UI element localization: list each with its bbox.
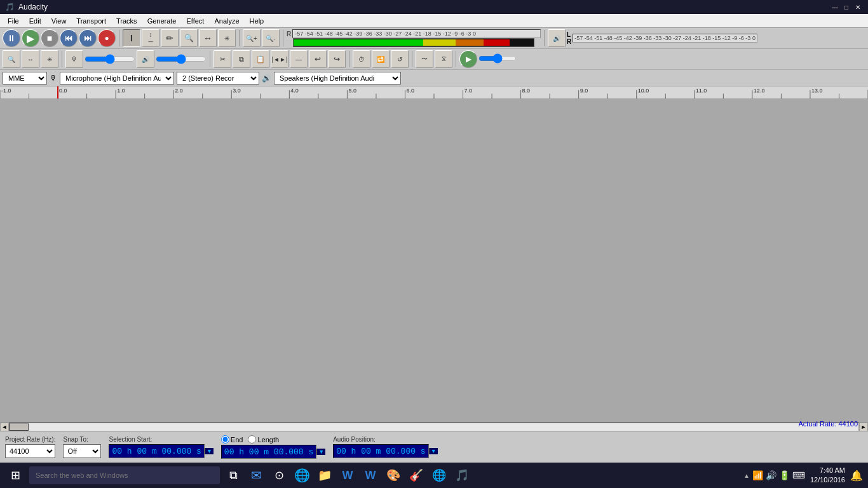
menu-view[interactable]: View: [46, 16, 72, 26]
menu-help[interactable]: Help: [245, 16, 269, 26]
start-button[interactable]: ⊞: [5, 465, 25, 485]
waveform-view-button[interactable]: 〜: [416, 50, 433, 68]
task-view-button[interactable]: ⧉: [224, 466, 243, 485]
output-device-select[interactable]: Speakers (High Definition Audi: [274, 72, 401, 85]
menu-file[interactable]: File: [3, 16, 24, 26]
end-radio-label[interactable]: End: [221, 435, 243, 444]
skip-back-button[interactable]: ⏮: [60, 29, 78, 47]
envelope-tool[interactable]: ↕─: [142, 29, 159, 47]
length-radio-label[interactable]: Length: [248, 435, 279, 444]
output-gain-button[interactable]: 🔊: [548, 29, 566, 47]
output-vol-button[interactable]: 🔊: [137, 50, 154, 68]
rec-meter-scale: -57 -54 -51 -48 -45 -42 -39 -36 -33 -30 …: [292, 29, 541, 38]
zoom-tool[interactable]: 🔍: [180, 29, 198, 47]
app-icon: 🎵: [5, 3, 15, 11]
skip-fwd-button[interactable]: ⏭: [79, 29, 97, 47]
track-area[interactable]: [0, 99, 868, 422]
selection-start-display[interactable]: 00 h 00 m 00.000 s: [109, 444, 204, 458]
end-time-container[interactable]: 00 h 00 m 00.000 s ▼: [221, 445, 325, 459]
menu-edit[interactable]: Edit: [24, 16, 46, 26]
channels-select[interactable]: 2 (Stereo) Recor: [177, 72, 259, 85]
clock[interactable]: 7:40 AM 12/10/2016: [810, 466, 845, 485]
timeline-ruler: [0, 86, 868, 99]
keyboard-icon[interactable]: ⌨: [792, 470, 805, 480]
audio-position-arrow[interactable]: ▼: [429, 448, 438, 454]
word2-icon[interactable]: W: [361, 466, 380, 485]
loop-region-button[interactable]: ↺: [391, 50, 409, 68]
zoom-in2-button[interactable]: 🔍: [3, 50, 20, 68]
menu-analyze[interactable]: Analyze: [209, 16, 244, 26]
paste-button[interactable]: 📋: [252, 50, 269, 68]
groove-music-icon[interactable]: ⊙: [269, 466, 288, 485]
input-gain-button[interactable]: 🎙: [65, 50, 83, 68]
menu-transport[interactable]: Transport: [71, 16, 111, 26]
output-vol-slider[interactable]: [156, 55, 207, 63]
end-radio[interactable]: [221, 435, 229, 444]
draw-tool[interactable]: ✏: [161, 29, 179, 47]
audio-position-container[interactable]: 00 h 00 m 00.000 s ▼: [333, 444, 437, 458]
end-time-display[interactable]: 00 h 00 m 00.000 s: [221, 445, 316, 459]
play-button[interactable]: ▶: [22, 29, 39, 47]
copy-button[interactable]: ⧉: [233, 50, 250, 68]
menu-effect[interactable]: Effect: [182, 16, 210, 26]
maximize-button[interactable]: □: [841, 2, 851, 12]
loop-button[interactable]: 🔁: [372, 50, 390, 68]
edge-icon[interactable]: 🌐: [292, 466, 311, 485]
multi-tool[interactable]: ✳: [218, 29, 236, 47]
snap-to-select[interactable]: Off: [63, 444, 101, 458]
taskbar: ⊞ ⧉ ✉ ⊙ 🌐 📁 W W 🎨 🎸 🌐 🎵 ▲ 📶 🔊 🔋 ⌨ 7:40 A…: [0, 463, 868, 488]
stop-button[interactable]: ■: [41, 29, 58, 47]
notification-icon[interactable]: 🔔: [850, 470, 863, 482]
scroll-track[interactable]: [9, 423, 859, 431]
file-explorer-icon[interactable]: 📁: [315, 466, 334, 485]
paint-icon[interactable]: 🎨: [384, 466, 403, 485]
silence-button[interactable]: —: [290, 50, 308, 68]
speed-slider-container[interactable]: [478, 55, 517, 64]
sep-5: [62, 51, 62, 67]
timeshift-tool[interactable]: ↔: [199, 29, 217, 47]
audio-position-display[interactable]: 00 h 00 m 00.000 s: [333, 444, 428, 458]
length-radio[interactable]: [248, 435, 256, 444]
cut-button[interactable]: ✂: [214, 50, 231, 68]
word-icon[interactable]: W: [338, 466, 357, 485]
zoom-out-button[interactable]: 🔍-: [262, 29, 280, 47]
fit-width-button[interactable]: ↔: [22, 50, 39, 68]
spectrum-view-button[interactable]: ⧖: [435, 50, 452, 68]
input-device-select[interactable]: Microphone (High Definition Au: [60, 72, 174, 85]
minimize-button[interactable]: —: [830, 2, 840, 12]
scroll-right-arrow[interactable]: ►: [859, 423, 868, 431]
battery-icon[interactable]: 🔋: [779, 470, 790, 480]
search-input[interactable]: [29, 466, 220, 484]
project-rate-select[interactable]: 44100: [5, 444, 55, 458]
up-arrow-icon[interactable]: ▲: [743, 472, 750, 479]
scroll-left-arrow[interactable]: ◄: [0, 423, 9, 431]
play-at-speed-button[interactable]: ▶: [459, 50, 477, 68]
lr-label: LR: [567, 31, 571, 45]
volume-icon[interactable]: 🔊: [766, 470, 776, 480]
pause-button[interactable]: ⏸: [3, 29, 20, 47]
undo-button[interactable]: ↩: [309, 50, 327, 68]
sync-button[interactable]: ⏱: [353, 50, 370, 68]
zoom-in-button[interactable]: 🔍+: [243, 29, 261, 47]
sep-8: [412, 51, 412, 67]
audacity-taskbar-icon[interactable]: 🎵: [452, 466, 471, 485]
selection-tool[interactable]: I: [123, 29, 140, 47]
scroll-thumb[interactable]: [10, 423, 29, 431]
rec-vu-meter[interactable]: [293, 38, 534, 47]
close-button[interactable]: ✕: [853, 2, 863, 12]
menu-tracks[interactable]: Tracks: [111, 16, 142, 26]
chrome-icon[interactable]: 🌐: [430, 466, 449, 485]
network-icon[interactable]: 📶: [752, 470, 763, 480]
mail-icon[interactable]: ✉: [247, 466, 266, 485]
input-gain-slider[interactable]: [85, 55, 135, 63]
fit-height-button[interactable]: ✳: [41, 50, 58, 68]
record-button[interactable]: ●: [98, 29, 116, 47]
selection-start-time[interactable]: 00 h 00 m 00.000 s ▼: [109, 444, 213, 458]
trim-button[interactable]: |◄►|: [271, 50, 288, 68]
host-select[interactable]: MME: [3, 72, 47, 85]
redo-button[interactable]: ↪: [328, 50, 346, 68]
guitar-icon[interactable]: 🎸: [407, 466, 426, 485]
selection-start-arrow[interactable]: ▼: [205, 448, 214, 454]
end-time-arrow[interactable]: ▼: [316, 449, 325, 455]
menu-generate[interactable]: Generate: [142, 16, 182, 26]
